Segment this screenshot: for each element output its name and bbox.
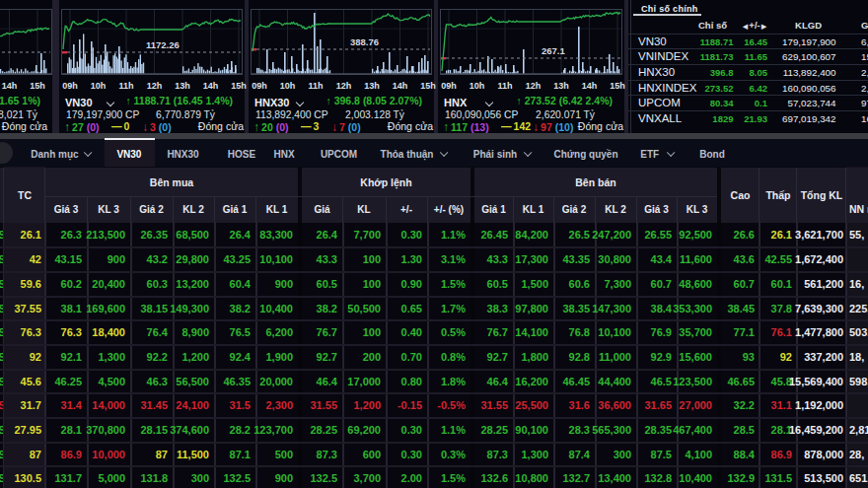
svg-text:388.76: 388.76 <box>350 36 379 47</box>
svg-text:1172.26: 1172.26 <box>146 39 180 50</box>
svg-text:267.1: 267.1 <box>542 45 565 56</box>
